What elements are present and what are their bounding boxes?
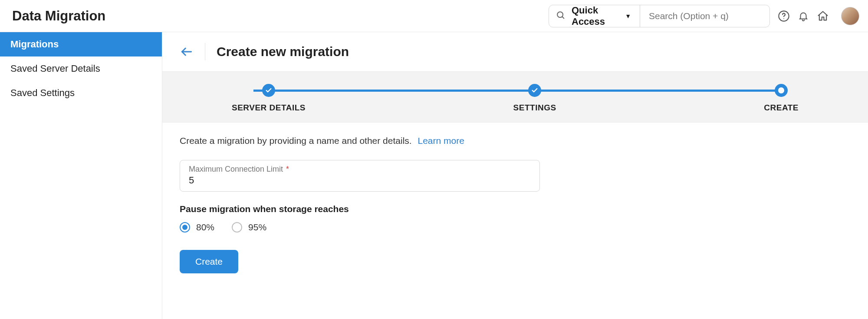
notification-bell-icon[interactable] bbox=[798, 10, 809, 22]
step-server-details[interactable]: SERVER DETAILS bbox=[232, 84, 306, 113]
main-content: Create new migration SERVER DETAILS SETT… bbox=[162, 32, 868, 319]
stepper: SERVER DETAILS SETTINGS CREATE bbox=[162, 71, 868, 123]
header-right: Quick Access ▼ bbox=[549, 5, 859, 27]
required-marker: * bbox=[286, 165, 289, 173]
form-area: Create a migration by providing a name a… bbox=[162, 123, 868, 286]
current-step-icon bbox=[775, 84, 788, 97]
search-bar: Quick Access ▼ bbox=[549, 5, 770, 27]
sidebar-item-saved-settings[interactable]: Saved Settings bbox=[0, 81, 162, 105]
avatar[interactable] bbox=[841, 7, 859, 25]
check-icon bbox=[528, 84, 541, 97]
divider bbox=[205, 43, 205, 60]
radio-label: 95% bbox=[248, 222, 266, 233]
svg-line-1 bbox=[562, 17, 564, 18]
learn-more-link[interactable]: Learn more bbox=[418, 136, 464, 146]
sidebar-item-label: Saved Settings bbox=[10, 87, 75, 98]
back-arrow-icon[interactable] bbox=[180, 45, 194, 59]
search-input[interactable] bbox=[649, 11, 763, 21]
step-create[interactable]: CREATE bbox=[764, 84, 799, 113]
help-icon[interactable] bbox=[778, 10, 790, 22]
svg-point-3 bbox=[783, 18, 784, 19]
search-icon bbox=[556, 10, 566, 22]
sidebar-item-label: Saved Server Details bbox=[10, 63, 100, 74]
step-label: CREATE bbox=[764, 103, 799, 113]
sidebar-item-label: Migrations bbox=[10, 39, 59, 50]
connection-limit-field[interactable]: Maximum Connection Limit * bbox=[180, 160, 540, 192]
radio-label: 80% bbox=[196, 222, 214, 233]
check-icon bbox=[262, 84, 275, 97]
pause-option-95[interactable]: 95% bbox=[232, 222, 266, 233]
radio-icon bbox=[180, 222, 190, 233]
page-title: Create new migration bbox=[217, 44, 349, 59]
app-title: Data Migration bbox=[12, 8, 105, 24]
pause-option-80[interactable]: 80% bbox=[180, 222, 214, 233]
quick-access-label: Quick Access bbox=[572, 5, 621, 27]
create-button[interactable]: Create bbox=[180, 250, 238, 273]
form-description: Create a migration by providing a name a… bbox=[180, 136, 851, 146]
pause-threshold-options: 80% 95% bbox=[180, 222, 851, 233]
radio-dot bbox=[182, 225, 187, 230]
home-icon[interactable] bbox=[817, 10, 829, 22]
page-header: Create new migration bbox=[162, 32, 868, 71]
pause-threshold-label: Pause migration when storage reaches bbox=[180, 204, 851, 214]
sidebar-item-saved-server-details[interactable]: Saved Server Details bbox=[0, 56, 162, 81]
sidebar-item-migrations[interactable]: Migrations bbox=[0, 32, 162, 56]
caret-down-icon: ▼ bbox=[625, 13, 631, 20]
body: Migrations Saved Server Details Saved Se… bbox=[0, 32, 868, 319]
step-label: SERVER DETAILS bbox=[232, 103, 306, 113]
step-settings[interactable]: SETTINGS bbox=[513, 84, 556, 113]
step-label: SETTINGS bbox=[513, 103, 556, 113]
app-header: Data Migration Quick Access ▼ bbox=[0, 0, 868, 32]
connection-limit-label: Maximum Connection Limit bbox=[189, 165, 283, 173]
description-text: Create a migration by providing a name a… bbox=[180, 136, 412, 146]
connection-limit-input[interactable] bbox=[189, 175, 531, 186]
radio-icon bbox=[232, 222, 242, 233]
sidebar: Migrations Saved Server Details Saved Se… bbox=[0, 32, 162, 319]
quick-access-dropdown[interactable]: Quick Access ▼ bbox=[572, 5, 640, 27]
stepper-track: SERVER DETAILS SETTINGS CREATE bbox=[180, 84, 851, 113]
field-label: Maximum Connection Limit * bbox=[189, 165, 531, 174]
